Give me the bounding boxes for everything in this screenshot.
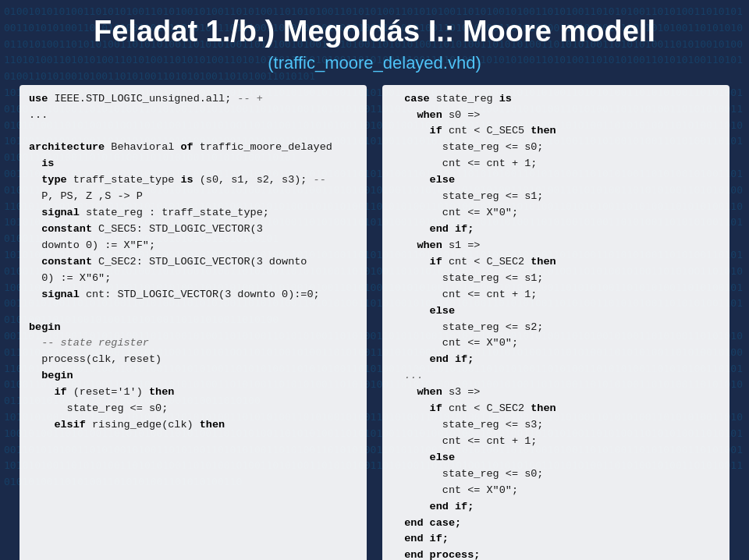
content-area: Feladat 1./b.) Megoldás I.: Moore modell… [0,0,749,560]
code-columns: use IEEE.STD_LOGIC_unsigned.all; -- + ..… [0,81,749,560]
title-section: Feladat 1./b.) Megoldás I.: Moore modell… [0,0,749,81]
slide: 0100101010100110101010011010100101001101… [0,0,749,560]
left-code-panel: use IEEE.STD_LOGIC_unsigned.all; -- + ..… [12,81,374,560]
right-code-panel: case state_reg is when s0 => if cnt < C_… [374,81,737,560]
main-title: Feladat 1./b.) Megoldás I.: Moore modell [16,14,733,50]
left-code-block: use IEEE.STD_LOGIC_unsigned.all; -- + ..… [20,85,367,560]
subtitle: (traffic_moore_delayed.vhd) [16,53,733,73]
right-code-block: case state_reg is when s0 => if cnt < C_… [382,85,729,560]
